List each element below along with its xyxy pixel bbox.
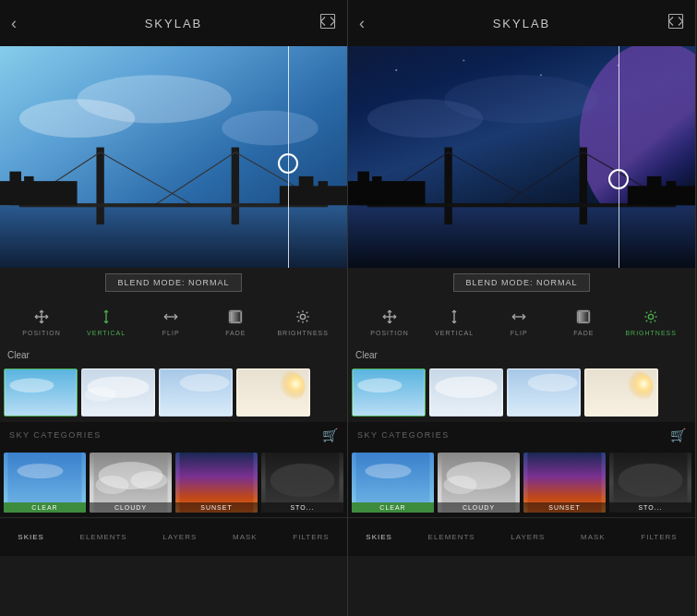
tool-vertical-left[interactable]: VERTICAL [83,309,129,336]
cat-storm-left[interactable]: STO... [261,453,343,513]
image-area-left[interactable] [0,46,347,268]
svg-rect-73 [647,176,662,205]
tool-vertical-right[interactable]: VERTICAL [431,309,477,336]
nav-filters-right[interactable]: FILTERS [631,527,686,547]
svg-point-47 [96,476,129,494]
flip-icon-left [163,309,178,327]
tool-flip-label-left: FLIP [162,330,180,336]
svg-point-102 [444,476,477,494]
nav-skies-right[interactable]: SKIES [356,527,402,547]
svg-rect-80 [579,312,589,322]
sky-thumb-1-right[interactable] [352,368,426,417]
nav-elements-left[interactable]: ELEMENTS [71,527,137,547]
tool-brightness-label-left: BRIGHTNESS [277,330,329,336]
tool-vertical-label-left: VERTICAL [87,330,126,336]
cart-icon-right[interactable]: 🛒 [670,428,686,442]
clear-label-left: Clear [0,348,347,362]
nav-layers-left[interactable]: LAYERS [153,527,206,547]
share-button-left[interactable] [319,13,336,33]
share-button-right[interactable] [667,13,684,33]
svg-rect-61 [348,205,695,268]
image-area-right[interactable] [348,46,695,268]
tool-vertical-label-right: VERTICAL [435,330,474,336]
cart-icon-left[interactable]: 🛒 [322,428,338,442]
svg-point-99 [366,464,412,478]
svg-rect-14 [9,172,21,206]
svg-point-44 [18,464,64,478]
sky-thumb-2-right[interactable] [429,368,503,417]
sky-categories-label-right: SKY CATEGORIES [357,430,450,440]
cat-clear-label-left: CLEAR [4,502,86,513]
position-icon-left [34,309,49,327]
svg-point-81 [649,314,654,319]
category-thumbs-right: CLEAR CLOUDY [348,448,695,517]
svg-point-3 [78,75,232,123]
cat-storm-right[interactable]: STO... [609,453,691,513]
svg-point-91 [357,378,402,392]
vertical-icon-left [99,309,114,327]
tool-position-left[interactable]: POSITION [18,309,65,336]
tool-fade-left[interactable]: FADE [212,309,258,336]
svg-point-95 [528,373,578,391]
cat-sunset-left[interactable]: SUNSET [175,453,258,513]
panel-right: ‹ SKYLAB [348,0,696,616]
nav-filters-left[interactable]: FILTERS [283,527,338,547]
svg-rect-18 [318,181,328,205]
nav-elements-right[interactable]: ELEMENTS [419,527,485,547]
vertical-icon-right [447,309,462,327]
tool-brightness-right[interactable]: BRIGHTNESS [625,309,677,336]
tool-flip-label-right: FLIP [511,330,528,336]
blend-mode-bar-right: BLEND MODE: NORMAL [348,268,695,297]
cat-sunset-right[interactable]: SUNSET [523,453,606,513]
nav-mask-right[interactable]: MASK [571,527,615,547]
tool-flip-right[interactable]: FLIP [496,309,542,336]
panel-left: ‹ SKYLAB [0,0,348,616]
cat-cloudy-label-right: CLOUDY [438,502,520,513]
svg-point-4 [222,111,318,146]
cat-cloudy-right[interactable]: CLOUDY [438,453,520,513]
svg-line-89 [655,312,655,313]
nav-skies-left[interactable]: SKIES [8,527,54,547]
nav-layers-right[interactable]: LAYERS [501,527,554,547]
svg-rect-34 [6,369,77,416]
cat-sunset-label-right: SUNSET [523,502,606,513]
svg-point-97 [621,370,654,403]
svg-rect-52 [669,15,683,29]
sky-thumbs-left [0,362,347,422]
slider-handle-left[interactable] [278,153,298,174]
tool-position-label-right: POSITION [370,330,408,336]
svg-point-25 [301,314,306,319]
slider-line-right[interactable] [619,46,619,268]
svg-point-42 [273,370,306,403]
blend-mode-button-left[interactable]: BLEND MODE: NORMAL [105,273,241,292]
sky-thumb-4-right[interactable] [584,368,658,417]
svg-rect-5 [0,205,347,268]
svg-line-88 [646,320,647,321]
sky-thumb-3-left[interactable] [159,368,233,417]
tool-flip-left[interactable]: FLIP [148,309,194,336]
blend-mode-button-right[interactable]: BLEND MODE: NORMAL [453,273,589,292]
cat-clear-left[interactable]: CLEAR [4,453,86,513]
svg-rect-7 [232,148,239,225]
sky-thumb-1-left[interactable] [4,368,78,417]
cat-cloudy-left[interactable]: CLOUDY [90,453,172,513]
svg-rect-0 [321,15,335,29]
tool-brightness-left[interactable]: BRIGHTNESS [277,309,329,336]
svg-rect-70 [357,172,369,206]
svg-rect-90 [354,369,425,416]
tool-position-right[interactable]: POSITION [367,309,413,336]
nav-mask-left[interactable]: MASK [223,527,267,547]
sky-thumb-2-left[interactable] [81,368,155,417]
cat-storm-label-right: STO... [609,502,691,513]
tool-fade-right[interactable]: FADE [560,309,607,336]
sky-categories-header-left: SKY CATEGORIES 🛒 [0,422,347,448]
back-button-right[interactable]: ‹ [359,14,365,33]
cat-clear-right[interactable]: CLEAR [352,453,434,513]
svg-point-60 [444,75,598,123]
svg-point-55 [395,69,397,71]
sky-categories-label-left: SKY CATEGORIES [9,430,102,440]
back-button-left[interactable]: ‹ [11,14,17,33]
sky-thumb-3-right[interactable] [507,368,581,417]
sky-thumb-4-left[interactable] [236,368,310,417]
slider-handle-right[interactable] [608,169,629,189]
